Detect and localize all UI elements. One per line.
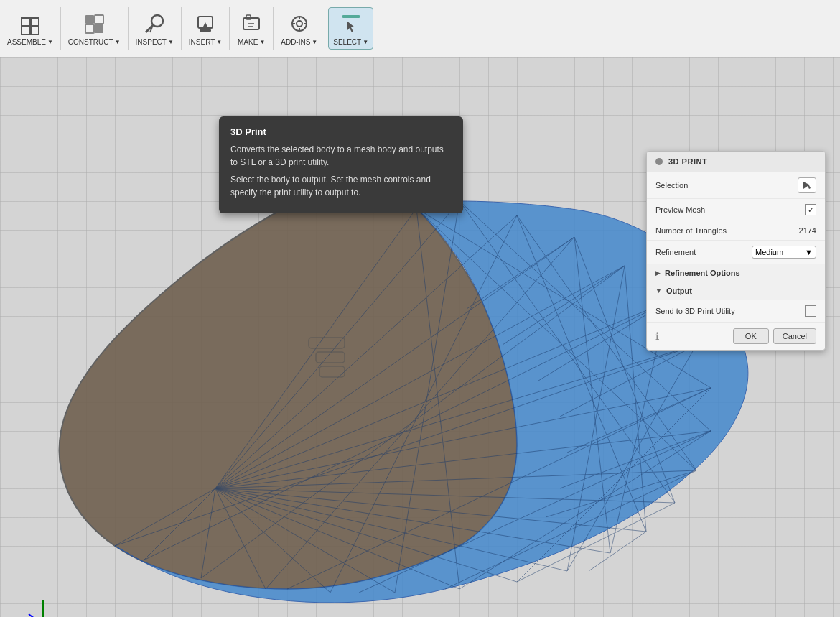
- svg-rect-24: [342, 15, 360, 18]
- tooltip-line2: Select the body to output. Set the mesh …: [230, 173, 452, 199]
- toolbar-assemble[interactable]: ASSEMBLE▼: [3, 8, 57, 49]
- add-ins-icon: [286, 11, 312, 37]
- panel-dot: [655, 158, 663, 165]
- print-panel: 3D PRINT Selection Preview Mesh ✓ Number…: [646, 151, 826, 351]
- svg-rect-5: [95, 15, 103, 24]
- refinement-value: Medium: [755, 248, 783, 256]
- divider-3: [181, 7, 182, 50]
- refinement-options-label: Refinement Options: [665, 269, 740, 277]
- chevron-down-icon: ▼: [655, 287, 662, 294]
- svg-marker-25: [347, 21, 355, 32]
- toolbar-select[interactable]: SELECT▼: [328, 7, 373, 50]
- divider-4: [229, 7, 230, 50]
- select-icon: [338, 11, 364, 37]
- svg-point-19: [297, 21, 302, 27]
- preview-mesh-row: Preview Mesh ✓: [647, 199, 825, 221]
- svg-rect-6: [85, 24, 94, 33]
- num-triangles-value: 2174: [799, 226, 816, 235]
- toolbar-construct[interactable]: CONSTRUCT▼: [64, 8, 125, 49]
- divider-2: [128, 7, 129, 50]
- panel-footer: ℹ OK Cancel: [647, 323, 825, 350]
- selection-label: Selection: [655, 181, 688, 190]
- toolbar-inspect[interactable]: INSPECT▼: [131, 8, 178, 49]
- divider-1: [60, 7, 61, 50]
- tooltip-popup: 3D Print Converts the selected body to a…: [219, 116, 463, 213]
- refinement-row: Refinement Medium ▼: [647, 241, 825, 264]
- chevron-right-icon: ▶: [655, 269, 661, 277]
- divider-6: [325, 7, 325, 50]
- insert-label: INSERT▼: [189, 38, 222, 46]
- viewport[interactable]: 3D Print Converts the selected body to a…: [0, 57, 840, 617]
- toolbar-insert[interactable]: INSERT▼: [185, 8, 226, 49]
- svg-rect-3: [31, 27, 39, 34]
- svg-rect-1: [31, 18, 39, 26]
- num-triangles-label: Number of Triangles: [655, 226, 727, 235]
- send-to-print-checkbox[interactable]: [805, 305, 816, 317]
- toolbar-add-ins[interactable]: ADD-INS▼: [276, 8, 322, 49]
- construct-label: CONSTRUCT▼: [68, 38, 121, 46]
- selection-button[interactable]: [798, 177, 816, 193]
- num-triangles-row: Number of Triangles 2174: [647, 221, 825, 241]
- construct-icon: [81, 11, 107, 37]
- ok-button[interactable]: OK: [733, 328, 769, 344]
- svg-rect-7: [95, 24, 103, 33]
- send-to-print-label: Send to 3D Print Utility: [655, 307, 735, 315]
- svg-point-9: [151, 15, 163, 27]
- svg-rect-13: [200, 29, 211, 32]
- info-icon[interactable]: ℹ: [655, 330, 659, 342]
- svg-rect-2: [22, 27, 29, 34]
- tooltip-body: Converts the selected body to a mesh bod…: [230, 143, 452, 199]
- toolbar: ASSEMBLE▼ CONSTRUCT▼ INSPECT▼: [0, 0, 840, 57]
- panel-footer-buttons: OK Cancel: [733, 328, 816, 344]
- toolbar-make[interactable]: MAKE▼: [233, 8, 270, 49]
- cancel-button[interactable]: Cancel: [773, 328, 816, 344]
- refinement-select[interactable]: Medium ▼: [752, 246, 816, 259]
- tooltip-title: 3D Print: [230, 126, 452, 137]
- output-section-label: Output: [666, 287, 692, 295]
- tooltip-line1: Converts the selected body to a mesh bod…: [230, 143, 452, 169]
- inspect-label: INSPECT▼: [136, 38, 174, 46]
- add-ins-label: ADD-INS▼: [281, 38, 317, 46]
- output-section-header[interactable]: ▼ Output: [647, 282, 825, 300]
- assemble-icon: [17, 11, 43, 37]
- make-label: MAKE▼: [238, 38, 265, 46]
- preview-mesh-label: Preview Mesh: [655, 205, 705, 214]
- make-icon: [238, 11, 264, 37]
- svg-rect-0: [22, 18, 29, 26]
- svg-rect-4: [85, 15, 94, 24]
- svg-marker-88: [803, 182, 811, 189]
- divider-5: [273, 7, 274, 50]
- selection-row: Selection: [647, 172, 825, 199]
- refinement-options-section[interactable]: ▶ Refinement Options: [647, 264, 825, 282]
- panel-header: 3D PRINT: [647, 152, 825, 172]
- inspect-icon: [141, 11, 167, 37]
- send-to-print-row: Send to 3D Print Utility: [647, 300, 825, 323]
- insert-icon: [192, 11, 218, 37]
- assemble-label: ASSEMBLE▼: [7, 38, 53, 46]
- refinement-chevron-icon: ▼: [805, 248, 813, 256]
- refinement-label: Refinement: [655, 248, 696, 256]
- panel-title: 3D PRINT: [668, 157, 707, 166]
- select-label: SELECT▼: [333, 38, 368, 46]
- preview-mesh-checkbox[interactable]: ✓: [805, 204, 816, 215]
